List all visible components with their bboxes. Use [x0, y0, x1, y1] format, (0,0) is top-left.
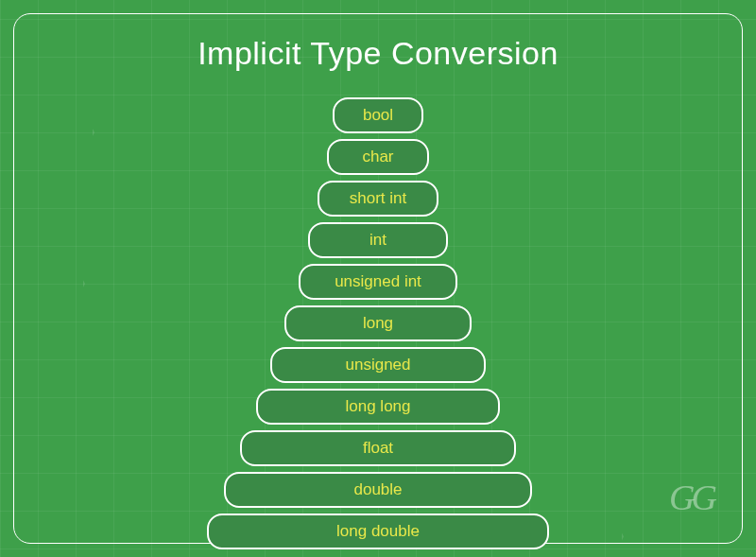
- type-level-label: long long: [345, 397, 410, 415]
- type-level: long long: [256, 389, 500, 425]
- type-level-label: short int: [350, 189, 406, 207]
- type-level: float: [240, 430, 516, 466]
- logo-watermark: GG: [669, 477, 713, 518]
- type-level-label: long: [363, 314, 393, 332]
- outer-frame: Implicit Type Conversion boolcharshort i…: [13, 13, 743, 544]
- type-level-label: bool: [363, 106, 393, 124]
- type-level-label: char: [362, 148, 393, 165]
- diagram-title: Implicit Type Conversion: [14, 35, 742, 72]
- type-level-label: unsigned: [345, 356, 410, 374]
- type-level: unsigned: [270, 347, 486, 383]
- type-level-label: double: [353, 480, 402, 498]
- type-level: char: [327, 139, 429, 175]
- type-level: long double: [207, 513, 549, 549]
- type-level-label: float: [363, 439, 393, 457]
- type-level-label: unsigned int: [335, 272, 421, 290]
- type-level-label: long double: [336, 522, 420, 540]
- type-level: short int: [318, 181, 438, 217]
- type-hierarchy-pyramid: boolcharshort intintunsigned intlongunsi…: [14, 97, 742, 549]
- type-level-label: int: [369, 231, 387, 249]
- type-level: bool: [333, 97, 423, 133]
- type-level: long: [284, 305, 472, 341]
- type-level: double: [224, 472, 532, 508]
- type-level: int: [308, 222, 448, 258]
- type-level: unsigned int: [299, 264, 457, 300]
